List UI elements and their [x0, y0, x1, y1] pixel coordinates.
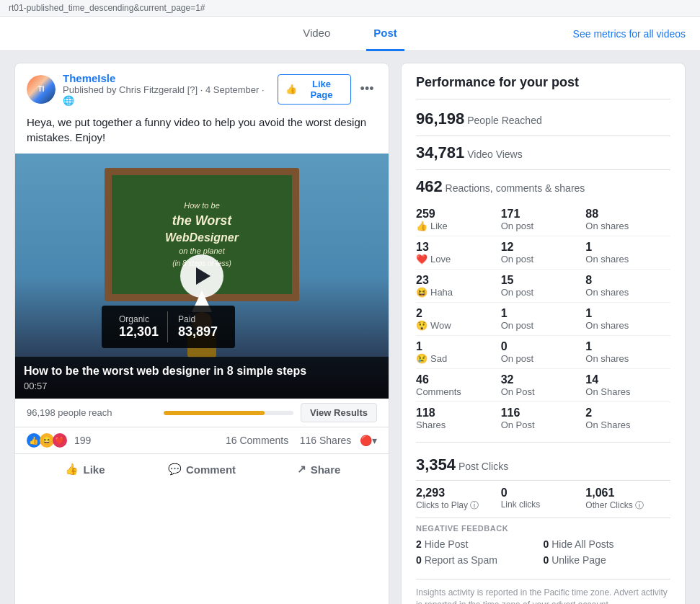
post-clicks-stat: 3,354 Post Clicks	[416, 450, 670, 481]
report-as-spam-item: 0 Report as Spam	[416, 554, 544, 566]
unlike-page-item: 0 Unlike Page	[544, 554, 671, 566]
performance-footnote: Insights activity is reported in the Pac…	[416, 579, 670, 604]
video-views-label: Video Views	[467, 148, 523, 160]
top-navigation: Video Post See metrics for all videos	[0, 17, 700, 51]
video-views-num: 34,781	[416, 143, 464, 161]
people-reached-label: People Reached	[467, 115, 542, 126]
more-options-button[interactable]: •••	[357, 79, 377, 99]
other-clicks: 1,061 Other Clicks ⓘ	[585, 487, 670, 512]
reach-progress-bar	[164, 411, 293, 415]
comments-shares: 16 Comments 116 Shares 🔴▾	[226, 435, 377, 446]
hide-post-item: 2 Hide Post	[416, 538, 544, 550]
link-clicks: 0 Link clicks	[501, 487, 586, 512]
comment-icon: 💬	[168, 463, 182, 476]
comments-reaction-row: 46 Comments 32 On Post 14 On Shares	[416, 369, 670, 402]
post-actions: 👍 Like 💬 Comment ↗ Share	[15, 454, 389, 484]
shares-reaction-row: 118 Shares 116 On Post 2 On Shares	[416, 402, 670, 435]
info-icon-2: ⓘ	[635, 500, 644, 510]
haha-reaction-icon: 😆	[40, 433, 54, 448]
more-icon[interactable]: 🔴▾	[360, 435, 377, 446]
like-button[interactable]: 👍 Like	[27, 457, 143, 481]
share-button[interactable]: ↗ Share	[260, 457, 377, 481]
love-reaction-row: 13 ❤️Love 12 On post 1 On shares	[416, 236, 670, 270]
people-reached-num: 96,198	[416, 110, 464, 128]
post-clicks-num: 3,354	[416, 456, 456, 474]
url-bar: rt01-published_time_descending&current_p…	[0, 0, 700, 17]
negative-feedback-section: NEGATIVE FEEDBACK 2 Hide Post 0 Hide All…	[416, 518, 670, 572]
see-metrics-link[interactable]: See metrics for all videos	[573, 28, 686, 40]
boost-bar: 96,198 people reach View Results	[15, 399, 389, 427]
tab-video[interactable]: Video	[296, 17, 337, 51]
hide-all-posts-item: 0 Hide All Posts	[544, 538, 671, 550]
post-clicks-label: Post Clicks	[458, 461, 508, 472]
share-icon: ↗	[297, 463, 306, 476]
post-meta: Published by Chris Fitzgerald [?] · 4 Se…	[63, 84, 278, 106]
sad-reaction-row: 1 😢Sad 0 On post 1 On shares	[416, 336, 670, 369]
love-reaction-icon: ❤️	[53, 433, 67, 448]
reach-text: 96,198 people reach	[27, 407, 156, 418]
comment-button[interactable]: 💬 Comment	[143, 457, 260, 481]
reaction-count: 199	[74, 435, 91, 446]
post-text: Heya, we put together a funny video to h…	[15, 112, 389, 154]
like-reaction-row: 259 👍Like 171 On post 88 On shares	[416, 203, 670, 236]
post-header-left: TI ThemeIsle Published by Chris Fitzgera…	[27, 72, 278, 106]
performance-title: Performance for your post	[416, 75, 670, 99]
video-caption: How to be the worst web designer in 8 si…	[15, 357, 389, 399]
reactions-num: 462	[416, 177, 443, 195]
play-button[interactable]	[180, 254, 223, 298]
avatar: TI	[27, 75, 56, 104]
video-thumbnail: How to be the Worst WebDesigner on the p…	[15, 154, 389, 399]
comments-count[interactable]: 16 Comments	[226, 435, 288, 446]
video-duration: 00:57	[24, 381, 380, 391]
wow-reaction-row: 2 😲Wow 1 On post 1 On shares	[416, 303, 670, 336]
reach-tooltip: Organic 12,301 Paid 83,897	[102, 306, 235, 348]
main-content: TI ThemeIsle Published by Chris Fitzgera…	[0, 51, 700, 604]
reactions-section: 462 Reactions, comments & shares 259 👍Li…	[416, 177, 670, 443]
clicks-breakdown: 2,293 Clicks to Play ⓘ 0 Link clicks 1,0…	[416, 481, 670, 518]
negative-feedback-header: NEGATIVE FEEDBACK	[416, 524, 670, 533]
nav-tabs: Video Post	[296, 17, 404, 51]
shares-count[interactable]: 116 Shares	[300, 435, 352, 446]
page-name[interactable]: ThemeIsle	[63, 72, 278, 84]
like-icon: 👍	[65, 463, 79, 476]
people-reached-stat: 96,198 People Reached	[416, 110, 670, 136]
reaction-icons: 👍 😆 ❤️	[27, 433, 67, 448]
video-title: How to be the worst web designer in 8 si…	[24, 364, 380, 379]
tab-post[interactable]: Post	[366, 17, 404, 51]
negative-feedback-grid: 2 Hide Post 0 Hide All Posts 0 Report as…	[416, 538, 670, 566]
video-views-stat: 34,781 Video Views	[416, 143, 670, 170]
clicks-to-play: 2,293 Clicks to Play ⓘ	[416, 487, 501, 512]
info-icon: ⓘ	[470, 500, 479, 510]
like-page-button[interactable]: 👍 Like Page	[278, 74, 351, 105]
post-stats-bar: 👍 😆 ❤️ 199 16 Comments 116 Shares 🔴▾	[15, 427, 389, 454]
thumbs-up-icon: 👍	[285, 84, 297, 94]
like-reaction-icon: 👍	[27, 433, 41, 448]
performance-panel: Performance for your post 96,198 People …	[401, 63, 686, 604]
reactions-label: Reactions, comments & shares	[446, 182, 585, 194]
video-container[interactable]: How to be the Worst WebDesigner on the p…	[15, 154, 389, 399]
post-header-right: 👍 Like Page •••	[278, 74, 377, 105]
post-header: TI ThemeIsle Published by Chris Fitzgera…	[15, 63, 389, 112]
view-results-button[interactable]: View Results	[301, 403, 377, 422]
post-card: TI ThemeIsle Published by Chris Fitzgera…	[14, 63, 389, 604]
haha-reaction-row: 23 😆Haha 15 On post 8 On shares	[416, 270, 670, 303]
